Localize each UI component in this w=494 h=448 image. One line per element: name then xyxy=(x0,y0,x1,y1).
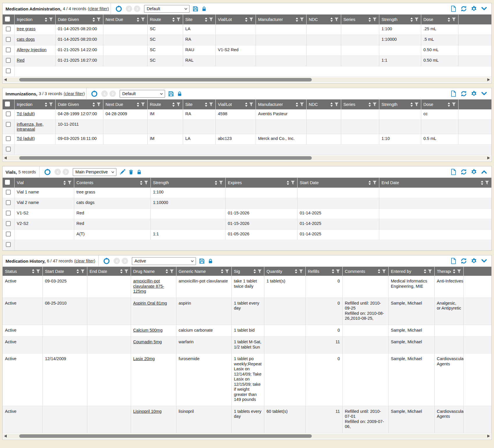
scroll-right-arrow-icon[interactable] xyxy=(487,435,490,438)
record-link[interactable]: Lisinopril 10mg xyxy=(133,409,162,414)
column-header-series[interactable]: Series xyxy=(341,99,379,109)
filter-icon[interactable] xyxy=(141,17,145,22)
undo-icon[interactable] xyxy=(115,5,122,13)
column-header-vial-lot[interactable]: Vial/Lot xyxy=(215,15,256,24)
undo-icon[interactable] xyxy=(44,168,51,176)
scroll-left-arrow-icon[interactable] xyxy=(4,78,7,81)
sort-icon[interactable] xyxy=(63,181,66,185)
column-header-site[interactable]: Site xyxy=(183,15,215,24)
filter-icon[interactable] xyxy=(81,269,85,273)
scrollbar-thumb[interactable] xyxy=(19,156,312,160)
prev-page-button[interactable] xyxy=(54,169,61,175)
record-link[interactable]: Coumadin 5mg xyxy=(133,339,162,344)
sort-icon[interactable] xyxy=(92,17,95,22)
record-link[interactable]: Red xyxy=(17,58,25,63)
column-header-entered-by[interactable]: Entered by xyxy=(388,267,434,276)
column-header-next-due[interactable]: Next Due xyxy=(103,15,147,24)
record-link[interactable]: Td (adult) xyxy=(17,136,35,141)
record-link[interactable]: Calcium 500mg xyxy=(133,328,163,333)
filter-icon[interactable] xyxy=(225,269,229,273)
row-checkbox[interactable] xyxy=(6,122,11,127)
filter-icon[interactable] xyxy=(170,269,174,273)
filter-icon[interactable] xyxy=(49,102,53,106)
refresh-icon[interactable] xyxy=(461,169,467,175)
perspective-select[interactable]: Main Perspective xyxy=(73,168,116,176)
collapse-chevron-icon[interactable] xyxy=(481,169,487,175)
column-header-quantity[interactable]: Quantity xyxy=(264,267,305,276)
column-header-generic-name[interactable]: Generic Name xyxy=(176,267,231,276)
lock-icon[interactable] xyxy=(208,258,213,264)
filter-icon[interactable] xyxy=(334,102,339,106)
filter-icon[interactable] xyxy=(373,17,377,22)
scroll-left-arrow-icon[interactable] xyxy=(4,157,7,159)
filter-icon[interactable] xyxy=(300,17,304,22)
sort-icon[interactable] xyxy=(368,181,371,185)
filter-icon[interactable] xyxy=(176,17,180,22)
sort-icon[interactable] xyxy=(137,17,139,22)
next-page-button[interactable] xyxy=(134,6,140,12)
filter-icon[interactable] xyxy=(258,269,262,273)
filter-icon[interactable] xyxy=(428,269,432,273)
row-checkbox[interactable] xyxy=(6,211,11,216)
sort-icon[interactable] xyxy=(330,17,333,22)
row-checkbox[interactable] xyxy=(6,68,11,73)
column-header-site[interactable]: Site xyxy=(183,99,215,109)
sort-icon[interactable] xyxy=(368,102,371,107)
column-header-therapeutic[interactable]: Therapeutic xyxy=(434,267,463,276)
column-header-dose[interactable]: Dose xyxy=(421,15,458,24)
scrollbar-thumb[interactable] xyxy=(19,78,312,81)
undo-icon[interactable] xyxy=(91,90,98,97)
lock-icon[interactable] xyxy=(201,6,207,12)
row-checkbox[interactable] xyxy=(6,242,11,247)
sort-icon[interactable] xyxy=(295,269,298,273)
filter-icon[interactable] xyxy=(141,102,145,106)
clear-filter-link[interactable]: (clear filter) xyxy=(88,6,109,11)
scrollbar-thumb[interactable] xyxy=(19,434,312,438)
undo-icon[interactable] xyxy=(103,257,110,265)
row-checkbox[interactable] xyxy=(6,190,11,195)
new-document-icon[interactable] xyxy=(450,258,457,264)
gear-icon[interactable] xyxy=(471,90,477,97)
sort-icon[interactable] xyxy=(137,102,139,107)
sort-icon[interactable] xyxy=(481,181,484,185)
collapse-chevron-icon[interactable] xyxy=(481,258,487,264)
filter-icon[interactable] xyxy=(452,102,456,106)
refresh-icon[interactable] xyxy=(461,6,467,12)
edit-pencil-icon[interactable] xyxy=(119,169,125,175)
column-header-ndc[interactable]: NDC xyxy=(306,15,341,24)
row-checkbox[interactable] xyxy=(6,136,11,141)
perspective-select[interactable]: Default xyxy=(144,5,190,13)
filter-icon[interactable] xyxy=(291,181,295,185)
sort-icon[interactable] xyxy=(447,102,450,107)
record-link[interactable]: Aspirin Oral 81mg xyxy=(133,301,167,305)
new-document-icon[interactable] xyxy=(450,169,457,175)
filter-icon[interactable] xyxy=(249,17,253,22)
column-header-manufacturer[interactable]: Manufacturer xyxy=(256,99,306,109)
record-link[interactable]: cats dogs xyxy=(17,37,35,42)
row-checkbox[interactable] xyxy=(6,58,11,63)
column-header-injection[interactable]: Injection xyxy=(14,15,55,24)
horizontal-scrollbar[interactable] xyxy=(3,77,491,82)
scroll-right-arrow-icon[interactable] xyxy=(487,78,490,81)
sort-icon[interactable] xyxy=(368,17,371,22)
column-header-manufacturer[interactable]: Manufacturer xyxy=(256,15,306,24)
filter-icon[interactable] xyxy=(382,269,386,273)
filter-icon[interactable] xyxy=(485,181,489,185)
filter-icon[interactable] xyxy=(176,102,180,106)
collapse-chevron-icon[interactable] xyxy=(481,90,487,97)
save-icon[interactable] xyxy=(168,91,174,97)
column-header-comments[interactable]: Comments xyxy=(342,267,388,276)
save-icon[interactable] xyxy=(192,6,199,12)
filter-icon[interactable] xyxy=(144,181,148,185)
sort-icon[interactable] xyxy=(45,17,47,22)
record-link[interactable]: influenza, live, intranasal xyxy=(17,122,44,131)
sort-icon[interactable] xyxy=(330,102,333,107)
column-header-start-date[interactable]: Start Date xyxy=(297,178,379,188)
record-link[interactable]: tree grass xyxy=(17,26,36,31)
filter-icon[interactable] xyxy=(334,17,339,22)
record-link[interactable]: Lasix 20mg xyxy=(133,356,155,361)
column-header-strength[interactable]: Strength xyxy=(150,178,225,188)
filter-icon[interactable] xyxy=(299,269,303,273)
filter-icon[interactable] xyxy=(373,102,377,106)
trash-icon[interactable] xyxy=(128,169,134,175)
